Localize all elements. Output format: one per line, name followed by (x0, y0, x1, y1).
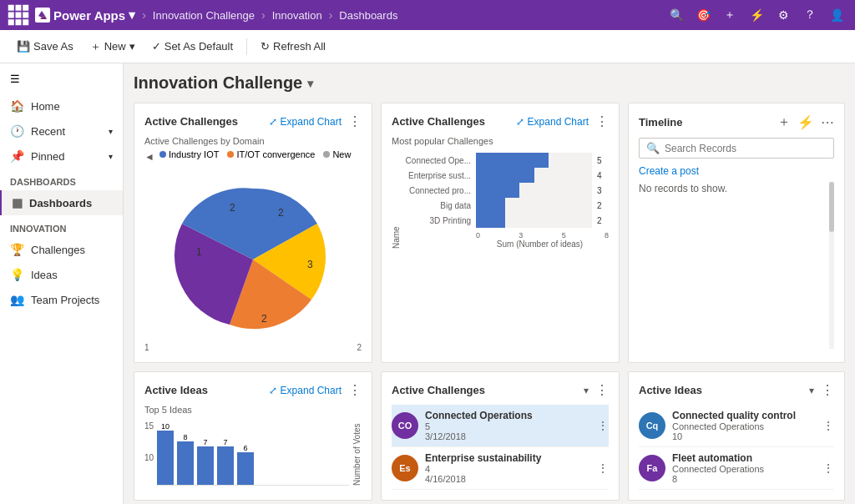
set-default-button[interactable]: ✓ Set As Default (145, 37, 240, 56)
legend-item-itot: IT/OT convergence (227, 149, 315, 159)
bar-expand-button[interactable]: ⤢ Expand Chart (516, 116, 589, 128)
challenges-list-actions: ▾ ⋮ (584, 382, 609, 398)
challenge-list-item-1[interactable]: Es Enterprise sustainability 4 4/16/2018… (392, 447, 609, 490)
ideas-bar-col-1: 8 (177, 433, 194, 485)
bar-row-3: Big data 2 (404, 198, 609, 213)
search-records-box[interactable]: 🔍 (639, 138, 834, 159)
target-icon[interactable]: 🎯 (691, 3, 715, 27)
ideas-initials-0: Cq (646, 421, 659, 431)
new-label: New (104, 40, 126, 53)
ideas-content-0: Connected quality control Connected Oper… (672, 410, 816, 441)
bar-card-title: Active Challenges (392, 115, 485, 128)
sidebar-toggle[interactable]: ☰ (0, 63, 123, 93)
pie-expand-button[interactable]: ⤢ Expand Chart (269, 116, 341, 128)
challenge-list-item-0[interactable]: CO Connected Operations 5 3/12/2018 ⋮ (392, 405, 609, 447)
ideas-list-chevron-icon[interactable]: ▾ (809, 385, 814, 396)
breadcrumb-dashboards[interactable]: Dashboards (339, 9, 397, 22)
sidebar-item-dashboards[interactable]: ▦ Dashboards (0, 190, 123, 215)
settings-icon[interactable]: ⚙ (772, 3, 795, 27)
sidebar-item-pinned[interactable]: 📌 Pinned ▾ (0, 144, 123, 169)
timeline-plus-icon[interactable]: ＋ (777, 113, 791, 131)
legend-item-industry: Industry IOT (159, 149, 220, 159)
bar-expand-label: Expand Chart (528, 116, 589, 128)
sidebar-item-ideas[interactable]: 💡 Ideas (0, 262, 123, 287)
create-post-link[interactable]: Create a post (639, 165, 834, 177)
team-icon: 👥 (10, 293, 24, 306)
dashboards-section-header: Dashboards (0, 169, 123, 190)
page-title-chevron-icon[interactable]: ▾ (307, 77, 313, 90)
challenge-item-more-icon-0[interactable]: ⋮ (597, 419, 609, 432)
bar-inner-0 (476, 153, 549, 168)
brand-logo[interactable]: Power Apps ▾ (35, 8, 135, 23)
ideas-more-icon[interactable]: ⋮ (348, 382, 362, 398)
sidebar-item-home[interactable]: 🏠 Home (0, 93, 123, 118)
ideas-list-item-0[interactable]: Cq Connected quality control Connected O… (639, 405, 834, 447)
bar-value-1: 4 (597, 171, 609, 180)
challenges-list-chevron-icon[interactable]: ▾ (584, 385, 589, 396)
waffle-icon[interactable] (7, 3, 30, 27)
pie-label-1: 1 (196, 246, 202, 258)
ideas-card-header: Active Ideas ⤢ Expand Chart ⋮ (144, 382, 362, 398)
top-nav-right: 🔍 🎯 ＋ ⚡ ⚙ ？ 👤 (665, 3, 848, 27)
save-as-label: Save As (33, 40, 73, 53)
challenge-initials-1: Es (399, 463, 410, 473)
bar-inner-2 (476, 183, 519, 198)
sidebar-item-challenges[interactable]: 🏆 Challenges (0, 237, 123, 262)
breadcrumb-innovation[interactable]: Innovation (272, 9, 322, 22)
ideas-chart-area: 15 10 10 8 (144, 418, 362, 486)
timeline-header: Timeline ＋ ⚡ ⋯ (639, 113, 834, 131)
sidebar-ideas-label: Ideas (31, 269, 58, 281)
ideas-x-axis-line (157, 485, 349, 486)
bar-label-1: Enterprise sust... (404, 171, 471, 180)
bar-row-0: Connected Ope... 5 (404, 153, 609, 168)
timeline-card: Timeline ＋ ⚡ ⋯ 🔍 Create a post No record… (628, 103, 845, 363)
pie-more-icon[interactable]: ⋮ (348, 113, 362, 129)
new-button[interactable]: ＋ New ▾ (83, 36, 142, 58)
top-nav: Power Apps ▾ › Innovation Challenge › In… (0, 0, 855, 30)
challenge-sub2-1: 4/16/2018 (425, 474, 590, 484)
challenge-sub2-0: 3/12/2018 (425, 431, 590, 441)
no-records-text: No records to show. (639, 183, 727, 194)
bar-label-3: Big data (404, 201, 471, 210)
breadcrumb-challenge[interactable]: Innovation Challenge (153, 9, 255, 22)
ideas-list-more-icon[interactable]: ⋮ (821, 382, 834, 398)
dashboards-icon: ▦ (12, 196, 23, 209)
save-as-button[interactable]: 💾 Save As (10, 37, 80, 56)
filter-icon[interactable]: ⚡ (745, 3, 768, 27)
sidebar-item-recent[interactable]: 🕐 Recent ▾ (0, 118, 123, 144)
plus-icon[interactable]: ＋ (718, 3, 741, 27)
ideas-item-more-icon-0[interactable]: ⋮ (822, 419, 834, 432)
ideas-avatar-1: Fa (639, 455, 665, 481)
challenge-item-more-icon-1[interactable]: ⋮ (597, 461, 609, 475)
pie-legend: Industry IOT IT/OT convergence New (159, 149, 352, 159)
timeline-filter-icon[interactable]: ⚡ (797, 114, 814, 130)
sidebar-item-team-projects[interactable]: 👥 Team Projects (0, 287, 123, 312)
search-icon[interactable]: 🔍 (665, 3, 688, 27)
sidebar-pinned-label: Pinned (31, 150, 64, 163)
help-icon[interactable]: ？ (798, 3, 822, 27)
ideas-list-actions: ▾ ⋮ (809, 382, 834, 398)
challenges-list: CO Connected Operations 5 3/12/2018 ⋮ Es (392, 405, 609, 490)
search-records-input[interactable] (665, 143, 827, 154)
challenges-list-more-icon[interactable]: ⋮ (595, 382, 609, 398)
bar-expand-icon: ⤢ (516, 116, 524, 128)
bar-more-icon[interactable]: ⋮ (595, 113, 609, 129)
refresh-all-button[interactable]: ↻ Refresh All (254, 37, 332, 56)
ideas-sub2-0: 10 (672, 431, 816, 441)
bar-label-0: Connected Ope... (404, 156, 471, 165)
ideas-list-item-1[interactable]: Fa Fleet automation Connected Operations… (639, 447, 834, 490)
challenges-list-title: Active Challenges (392, 384, 485, 396)
ideas-expand-button[interactable]: ⤢ Expand Chart (269, 385, 341, 396)
timeline-scrollbar[interactable] (829, 182, 834, 349)
ideas-item-more-icon-1[interactable]: ⋮ (822, 461, 834, 475)
pie-back-arrow[interactable]: ◄ (144, 151, 154, 163)
timeline-more-icon[interactable]: ⋯ (821, 114, 834, 130)
sidebar-challenges-label: Challenges (31, 244, 85, 256)
user-icon[interactable]: 👤 (825, 3, 848, 27)
ideas-card-title: Active Ideas (144, 384, 208, 396)
sidebar-dashboards-label: Dashboards (29, 197, 92, 209)
svg-rect-2 (23, 5, 28, 11)
brand-chevron[interactable]: ▾ (129, 8, 135, 23)
ideas-icon: 💡 (10, 268, 24, 281)
challenge-avatar-0: CO (392, 412, 418, 439)
